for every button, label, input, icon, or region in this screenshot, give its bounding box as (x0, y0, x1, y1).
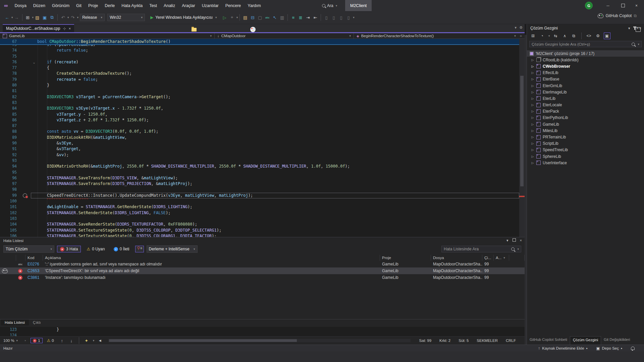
solution-root-item[interactable]: 'M2Client' çözümü (proje 16 / 17) (527, 50, 644, 57)
code-content[interactable]: recreate = false; (31, 77, 519, 82)
account-avatar[interactable]: G (585, 2, 593, 9)
menu-item-proje[interactable]: Proje (85, 3, 101, 8)
keep-open-icon[interactable]: ⊹ (63, 26, 66, 31)
code-content[interactable]: } (31, 82, 519, 88)
code-content[interactable]: CSpeedTreeDirectX::Instance().UpdateComp… (31, 193, 519, 198)
menu-item-dosya[interactable]: Dosya (11, 3, 30, 8)
code-line-87[interactable]: 87 (0, 123, 519, 129)
attach-process-icon[interactable]: ⌖ (228, 14, 236, 21)
project-item-eterbase[interactable]: ▷EterBase (527, 76, 644, 82)
code-content[interactable] (31, 88, 519, 94)
scrollbar-thumb[interactable] (109, 339, 297, 342)
code-line-104[interactable]: 104 STATEMANAGER.SaveRenderState(D3DRS_T… (0, 222, 519, 227)
scroll-left-icon[interactable]: ◀ (96, 337, 104, 344)
code-content[interactable] (31, 54, 519, 59)
active-files-dropdown-icon[interactable]: ▾ (515, 25, 517, 30)
expand-chevron-icon[interactable]: ▷ (531, 84, 534, 87)
github-copilot-status[interactable]: GitHub Copilot ⧉ (598, 13, 637, 18)
code-line-96[interactable]: 96 STATEMANAGER.SaveTransform(D3DTS_VIEW… (0, 175, 519, 181)
code-content[interactable]: STATEMANAGER.SetTextureStageState(0, D3D… (31, 233, 519, 237)
start-debugging-button[interactable]: ▶ Yerel Windows Hata Ayıklayıcısı ▾ (148, 13, 220, 21)
code-content[interactable]: v3Target.z + 2.0f * 1.732f * 1250.0f); (31, 117, 519, 123)
project-item-gamelib[interactable]: ▷GameLib (527, 121, 644, 127)
menu-item-yardım[interactable]: Yardım (244, 3, 264, 8)
nav-back-icon[interactable]: ← (3, 14, 11, 21)
panel-options-icon[interactable]: ▾ (506, 238, 508, 243)
code-line-97[interactable]: 97 STATEMANAGER.SaveTransform(D3DTS_PROJ… (0, 181, 519, 187)
code-content[interactable] (31, 187, 519, 192)
code-line-123[interactable]: 123 } (0, 327, 519, 333)
open-file-icon[interactable]: ▨ (34, 14, 41, 21)
error-code-link[interactable]: C2653 (25, 268, 43, 273)
column-header-dosya[interactable]: Dosya (431, 255, 482, 261)
code-line-94[interactable]: 94 D3DXMatrixOrthoRH(&matLightProj, 2550… (0, 164, 519, 169)
project-item-crootlib-kald-r-ld-[interactable]: ▷CRootLib (kaldırıldı) (527, 57, 644, 63)
expand-chevron-icon[interactable]: ▷ (531, 129, 534, 132)
pin-icon[interactable] (634, 27, 635, 30)
code-line-101[interactable]: 101 dwLightEnable = STATEMANAGER.GetRend… (0, 204, 519, 210)
status-cell[interactable]: Süt: 5 (454, 339, 473, 343)
errors-filter-button[interactable]: × 3 Hata (57, 246, 81, 252)
document-tab[interactable]: MapOutdoorC...erShadow.cpp ⊹ × (3, 24, 74, 32)
code-line-79[interactable]: 79 recreate = false; (0, 77, 519, 82)
code-line-92[interactable]: 92 &vv); (0, 152, 519, 158)
view-code-icon[interactable]: <> (586, 33, 592, 39)
error-list-search-input[interactable]: Hata Listesinde Ara ▾ (441, 246, 521, 252)
properties-icon[interactable]: ⚙ (595, 33, 601, 39)
editor-options-gear-icon[interactable]: ⚙ (519, 25, 523, 30)
nav-forward-icon[interactable]: → (13, 14, 20, 21)
code-line-90[interactable]: 90 &v3Eye, (0, 140, 519, 146)
panel-tab-çıktı[interactable]: Çıktı (29, 319, 45, 325)
menu-item-git[interactable]: Git (73, 3, 85, 8)
zoom-select[interactable]: 100 % ▾ (2, 339, 19, 343)
spell-check-icon[interactable]: abc (264, 14, 271, 21)
save-icon[interactable]: ▣ (41, 14, 48, 21)
panel-float-icon[interactable] (513, 238, 516, 243)
code-line-99[interactable]: 99 CSpeedTreeDirectX::Instance().UpdateC… (0, 193, 519, 198)
panel-tab-hata-listesi[interactable]: Hata Listesi (1, 319, 29, 325)
start-without-debug-icon[interactable]: ▷ (221, 14, 228, 21)
code-content[interactable]: STATEMANAGER.SaveTransform(D3DTS_VIEW, &… (31, 175, 519, 181)
code-line-105[interactable]: 105 STATEMANAGER.SetTextureStageState(0,… (0, 228, 519, 233)
navbar-type-select[interactable]: ↓ CMapOutdoor ▾ (215, 33, 354, 39)
status-cell[interactable]: CRLF (502, 339, 520, 343)
expand-chevron-icon[interactable]: ▷ (531, 123, 534, 126)
project-item-eterlocale[interactable]: ▷EterLocale (527, 102, 644, 108)
solution-explorer-icon[interactable]: ▤ (241, 14, 249, 21)
project-item-spherelib[interactable]: ▷SphereLib (527, 153, 644, 160)
code-content[interactable]: STATEMANAGER.SaveTransform(D3DTS_PROJECT… (31, 181, 519, 187)
solution-explorer-search-input[interactable]: Çözüm Gezgini İçinde Ara (Ctrl+ş) ▾ (529, 41, 642, 47)
code-line-78[interactable]: 78 CreateCharacterShadowTexture(); (0, 71, 519, 76)
notifications-bell-icon[interactable] (631, 347, 635, 350)
code-line-84[interactable]: 84 D3DXVECTOR3 v3Eye(v3Target.x - 1.732f… (0, 106, 519, 111)
panel-close-icon[interactable]: × (520, 238, 522, 243)
code-content[interactable]: } (31, 327, 519, 333)
next-issue-icon[interactable]: ↓ (68, 337, 75, 344)
redo-icon[interactable]: ↷ (69, 14, 76, 21)
column-header-blank[interactable] (16, 255, 25, 261)
column-header-çi[interactable]: Çi... (482, 255, 494, 261)
sync-with-active-document-icon[interactable]: ⇆ (552, 33, 559, 39)
status-cell[interactable]: Sat: 99 (415, 339, 435, 343)
code-content[interactable] (31, 158, 519, 164)
horizontal-scrollbar[interactable] (108, 339, 410, 342)
filter-button[interactable] (135, 246, 144, 252)
quick-actions-margin[interactable] (19, 193, 31, 198)
code-content[interactable]: D3DXVECTOR3 v3Target = pCurrentCamera->G… (31, 94, 519, 100)
chevron-down-icon[interactable]: ▾ (236, 16, 238, 19)
expand-chevron-icon[interactable]: ▷ (531, 135, 534, 139)
expand-chevron-icon[interactable]: ▷ (531, 58, 534, 62)
code-content[interactable]: STATEMANAGER.SetTextureStageState(0, D3D… (31, 228, 519, 233)
code-cleanup-icon[interactable]: ✦ (83, 337, 90, 344)
code-line-95[interactable]: 95 (0, 170, 519, 175)
sticky-scroll-header[interactable]: 67bool CMapOutdoor::BeginRenderCharacter… (0, 39, 519, 45)
code-line-83[interactable]: 83 (0, 100, 519, 106)
code-content[interactable]: STATEMANAGER.SaveRenderState(D3DRS_TEXTU… (31, 222, 519, 227)
show-whitespace-icon[interactable]: ≡ (289, 14, 297, 21)
project-item-etergrnlib[interactable]: ▷EterGrnLib (527, 82, 644, 89)
panel-options-icon[interactable]: ▾ (628, 26, 630, 31)
close-button[interactable]: × (629, 0, 644, 11)
code-line-98[interactable]: 98 (0, 187, 519, 192)
column-header-blank[interactable] (0, 255, 16, 261)
project-item-prterrainlib[interactable]: ▷PRTerrainLib (527, 134, 644, 140)
